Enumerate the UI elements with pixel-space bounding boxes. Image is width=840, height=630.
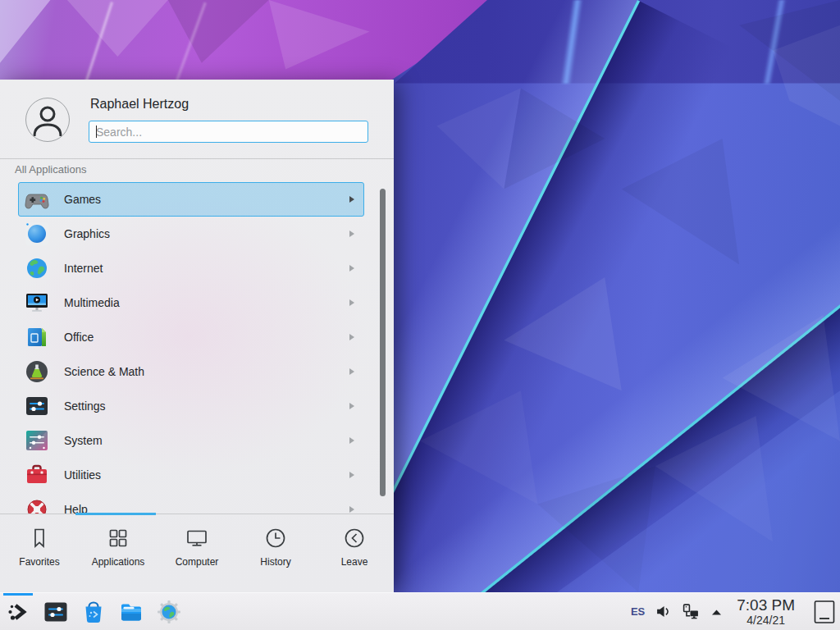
submenu-arrow-icon <box>349 505 355 514</box>
kde-kickoff-icon <box>5 599 31 625</box>
show-desktop-icon <box>814 600 835 624</box>
computer-icon <box>185 526 209 550</box>
user-icon <box>26 98 69 141</box>
lifebuoy-icon <box>24 496 50 514</box>
tab-label: Leave <box>341 556 368 568</box>
tab-label: Applications <box>92 556 145 568</box>
submenu-arrow-icon <box>349 402 355 410</box>
category-row-graphics[interactable]: Graphics <box>18 217 364 251</box>
konqueror-globe-icon <box>156 599 182 625</box>
show-desktop-button[interactable] <box>814 600 835 624</box>
submenu-arrow-icon <box>349 299 355 307</box>
tab-label: Favorites <box>19 556 59 568</box>
tab-label: History <box>260 556 290 568</box>
clock-icon <box>263 526 288 550</box>
category-row-utilities[interactable]: Utilities <box>18 458 364 492</box>
category-label: Games <box>64 193 101 206</box>
category-label: Graphics <box>64 227 110 240</box>
active-tab-indicator <box>75 513 156 515</box>
scrollbar[interactable] <box>380 189 386 496</box>
system-tray: ES 7:03 PM <box>631 597 840 626</box>
category-label: Office <box>64 331 94 344</box>
category-row-settings[interactable]: Settings <box>18 389 364 423</box>
leave-icon <box>342 526 367 550</box>
clock-time: 7:03 PM <box>737 597 795 613</box>
category-row-games[interactable]: Games <box>18 182 364 217</box>
taskbar-panel: ES 7:03 PM <box>0 592 840 630</box>
submenu-arrow-icon <box>349 368 355 376</box>
grid-icon <box>106 526 130 550</box>
dolphin-folder-icon <box>118 599 144 625</box>
category-row-help[interactable]: Help <box>18 492 364 514</box>
sliders-icon <box>24 393 50 419</box>
bookmark-icon <box>27 526 52 550</box>
category-label: Utilities <box>64 468 101 482</box>
tab-label: Computer <box>176 556 219 568</box>
web-browser-button[interactable] <box>156 599 182 625</box>
category-row-office[interactable]: Office <box>18 320 364 354</box>
digital-clock[interactable]: 7:03 PM 4/24/21 <box>737 597 795 626</box>
application-category-list: Games Graphics <box>0 182 394 514</box>
gamepad-icon <box>24 186 50 212</box>
user-name: Raphael Hertzog <box>90 97 189 112</box>
wired-network-icon[interactable] <box>682 603 700 620</box>
keyboard-layout-indicator[interactable]: ES <box>631 605 645 618</box>
category-label: Internet <box>64 262 103 275</box>
toolbox-icon <box>24 462 50 488</box>
application-launcher-popup: Raphael Hertzog All Applications Games <box>0 80 394 592</box>
section-label: All Applications <box>15 163 86 176</box>
tab-history[interactable]: History <box>236 514 315 592</box>
desktop: Raphael Hertzog All Applications Games <box>0 0 840 630</box>
active-task-indicator <box>3 593 33 596</box>
text-caret <box>96 126 97 138</box>
taskbar-launchers <box>0 599 182 625</box>
submenu-arrow-icon <box>349 195 355 203</box>
tab-computer[interactable]: Computer <box>158 514 236 592</box>
divider <box>0 158 394 159</box>
launcher-tab-bar: Favorites Applications Computer Hist <box>0 514 394 592</box>
tab-leave[interactable]: Leave <box>315 514 394 592</box>
submenu-arrow-icon <box>349 471 355 479</box>
monitor-play-icon <box>24 290 50 316</box>
volume-icon[interactable] <box>655 604 671 619</box>
clock-date: 4/24/21 <box>737 614 795 626</box>
system-settings-icon <box>43 599 69 625</box>
system-settings-button[interactable] <box>43 599 69 625</box>
sphere-icon <box>24 221 50 247</box>
document-icon <box>24 324 50 350</box>
globe-icon <box>24 255 50 281</box>
submenu-arrow-icon <box>349 264 355 272</box>
search-input[interactable] <box>89 121 368 143</box>
tray-expander-caret-icon[interactable] <box>710 608 723 616</box>
tab-applications[interactable]: Applications <box>79 514 158 592</box>
discover-bag-icon <box>80 599 107 625</box>
application-launcher-button[interactable] <box>5 599 31 625</box>
tab-favorites[interactable]: Favorites <box>0 514 79 592</box>
category-row-multimedia[interactable]: Multimedia <box>18 285 364 320</box>
category-row-internet[interactable]: Internet <box>18 251 364 285</box>
discover-button[interactable] <box>80 599 107 625</box>
category-row-system[interactable]: System <box>18 423 364 458</box>
category-label: Settings <box>64 399 106 413</box>
submenu-arrow-icon <box>349 230 355 238</box>
system-sliders-icon <box>24 427 50 454</box>
submenu-arrow-icon <box>349 436 355 445</box>
file-manager-button[interactable] <box>118 599 144 625</box>
submenu-arrow-icon <box>349 333 355 341</box>
category-label: Multimedia <box>64 296 120 309</box>
category-label: Science & Math <box>64 365 144 378</box>
user-avatar <box>25 98 70 142</box>
category-row-science-math[interactable]: Science & Math <box>18 354 364 389</box>
category-label: System <box>64 434 103 447</box>
flask-icon <box>24 358 50 385</box>
